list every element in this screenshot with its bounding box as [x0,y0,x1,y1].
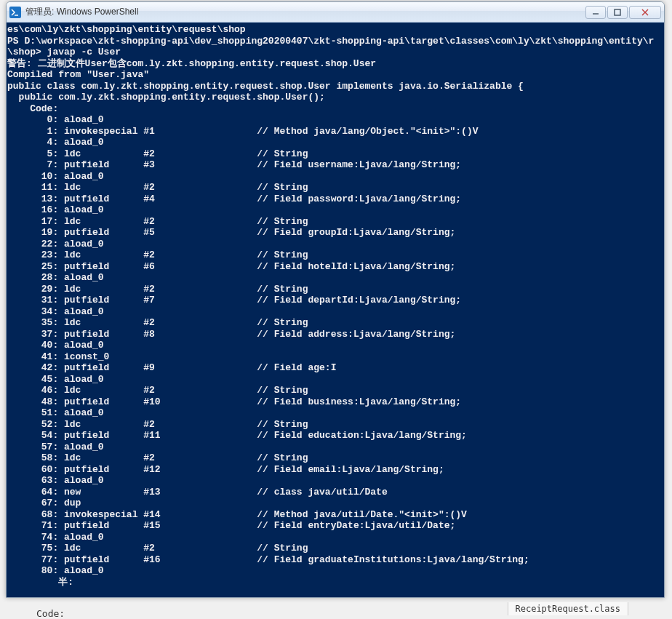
terminal-line: PS D:\workspace\zkt-shopping-api\dev_sho… [7,36,663,47]
maximize-button[interactable] [607,6,628,19]
terminal-line: 37: putfield #8 // Field address:Ljava/l… [7,329,663,340]
terminal-line: 17: ldc #2 // String [7,216,663,228]
terminal-line: 77: putfield #16 // Field graduateInstit… [7,554,663,566]
terminal-line: 58: ldc #2 // String [7,452,663,464]
window-controls [584,6,661,19]
terminal-line: 57: aload_0 [7,442,663,453]
terminal-line: 68: invokespecial #14 // Method java/uti… [7,509,663,521]
terminal-line: 80: aload_0 [7,565,663,577]
terminal-line: 35: ldc #2 // String [7,317,663,329]
powershell-icon [9,7,21,18]
terminal-line: 23: ldc #2 // String [7,249,663,261]
terminal-line: 64: new #13 // class java/util/Date [7,487,663,498]
terminal-line: 63: aload_0 [7,475,663,487]
terminal-line: 5: ldc #2 // String [7,148,663,160]
close-button[interactable] [629,6,661,19]
terminal-line: 48: putfield #10 // Field business:Ljava… [7,396,663,408]
window-title: 管理员: Windows PowerShell [25,6,584,18]
terminal-line: 28: aload_0 [7,272,663,284]
terminal-line: 42: putfield #9 // Field age:I [7,362,663,374]
terminal-line: \shop> javap -c User [7,47,663,58]
terminal-line: public com.ly.zkt.shopping.entity.reques… [7,92,663,103]
bg-code-label: Code: [36,608,65,619]
terminal-line: 半: [7,577,663,588]
terminal-line: 19: putfield #5 // Field groupId:Ljava/l… [7,227,663,239]
terminal-line: Compiled from "User.java" [7,69,663,81]
terminal-line: Code: [7,103,663,115]
terminal-line: 46: ldc #2 // String [7,385,663,396]
terminal-line: 60: putfield #12 // Field email:Ljava/la… [7,464,663,476]
terminal-line: 74: aload_0 [7,532,663,543]
terminal-line: 29: ldc #2 // String [7,284,663,295]
terminal-line: 40: aload_0 [7,340,663,351]
terminal-line: 51: aload_0 [7,407,663,419]
terminal-line: 71: putfield #15 // Field entryDate:Ljav… [7,520,663,532]
titlebar[interactable]: 管理员: Windows PowerShell [7,2,664,23]
terminal-line: 54: putfield #11 // Field education:Ljav… [7,430,663,442]
terminal-line: public class com.ly.zkt.shopping.entity.… [7,81,663,92]
terminal-line: 警告: 二进制文件User包含com.ly.zkt.shopping.entit… [7,58,663,70]
powershell-window: 管理员: Windows PowerShell es\com\ly\zkt\sh… [6,1,665,598]
terminal-line: 7: putfield #3 // Field username:Ljava/l… [7,159,663,171]
minimize-button[interactable] [585,6,606,19]
terminal-line: 67: dup [7,498,663,509]
terminal-line: 34: aload_0 [7,306,663,318]
bg-file-tab[interactable]: ReceiptRequest.class [508,602,629,615]
terminal-line: 1: invokespecial #1 // Method java/lang/… [7,126,663,137]
terminal-line: 13: putfield #4 // Field password:Ljava/… [7,193,663,205]
terminal-line: 0: aload_0 [7,114,663,126]
terminal-line: 25: putfield #6 // Field hotelId:Ljava/l… [7,261,663,273]
terminal-line: 10: aload_0 [7,171,663,183]
terminal-line: 52: ldc #2 // String [7,419,663,431]
terminal-line: 31: putfield #7 // Field departId:Ljava/… [7,295,663,306]
terminal-line: 16: aload_0 [7,204,663,216]
terminal-line: 41: iconst_0 [7,351,663,363]
terminal-line: 22: aload_0 [7,239,663,250]
terminal-line: 45: aload_0 [7,374,663,386]
svg-rect-3 [615,9,620,15]
terminal-line: 4: aload_0 [7,137,663,148]
terminal-line: 11: ldc #2 // String [7,182,663,193]
terminal-line: 75: ldc #2 // String [7,543,663,554]
terminal-line: es\com\ly\zkt\shopping\entity\request\sh… [7,24,663,36]
terminal-output[interactable]: es\com\ly\zkt\shopping\entity\request\sh… [7,23,664,597]
